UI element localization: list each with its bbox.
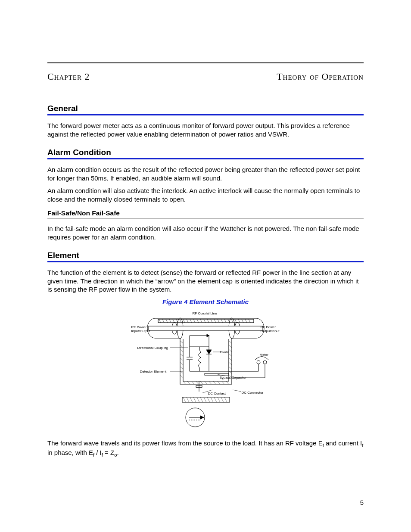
svg-line-3 bbox=[166, 319, 168, 323]
svg-line-36 bbox=[180, 354, 183, 356]
svg-line-17 bbox=[214, 319, 216, 323]
svg-line-8 bbox=[183, 319, 185, 323]
svg-line-2 bbox=[162, 319, 164, 323]
label-dc-conn: DC Connector bbox=[242, 391, 264, 395]
svg-line-26 bbox=[245, 319, 247, 323]
svg-line-37 bbox=[180, 358, 183, 361]
svg-line-97 bbox=[197, 397, 199, 402]
label-dir-coupling: Directional Coupling bbox=[137, 346, 168, 350]
section-heading-alarm: Alarm Condition bbox=[47, 148, 364, 157]
svg-line-102 bbox=[214, 397, 217, 402]
svg-rect-32 bbox=[149, 326, 263, 330]
svg-line-9 bbox=[187, 319, 188, 323]
paragraph: An alarm condition occurs as the result … bbox=[47, 165, 364, 182]
text: and current I bbox=[324, 439, 362, 447]
paragraph: An alarm condition will also activate th… bbox=[47, 187, 364, 203]
svg-line-96 bbox=[193, 397, 196, 402]
svg-line-100 bbox=[207, 397, 210, 402]
label-rf-in: RF Power Input/Output bbox=[131, 325, 152, 333]
section-heading-general: General bbox=[47, 104, 364, 113]
label-diode: Diode bbox=[220, 350, 229, 354]
svg-line-52 bbox=[187, 381, 190, 384]
svg-marker-67 bbox=[206, 350, 212, 354]
svg-line-1 bbox=[159, 319, 161, 323]
svg-point-86 bbox=[257, 361, 260, 364]
top-rule bbox=[47, 62, 364, 63]
svg-line-41 bbox=[180, 375, 183, 378]
text: The forward wave travels and its power f… bbox=[47, 439, 323, 447]
svg-line-35 bbox=[180, 349, 183, 352]
label-meter: Meter bbox=[260, 353, 268, 357]
paragraph: The forward wave travels and its power f… bbox=[47, 439, 364, 458]
svg-line-11 bbox=[193, 319, 195, 323]
svg-line-13 bbox=[200, 319, 202, 323]
svg-line-38 bbox=[180, 362, 183, 365]
svg-line-51 bbox=[183, 381, 186, 384]
label-rf-coax: RF Coaxial Line bbox=[193, 311, 217, 315]
svg-line-42 bbox=[229, 341, 232, 343]
svg-line-39 bbox=[180, 367, 183, 369]
svg-line-101 bbox=[211, 397, 213, 402]
svg-line-24 bbox=[238, 319, 240, 323]
subheading-failsafe: Fail-Safe/Non Fail-Safe bbox=[47, 209, 364, 217]
svg-line-54 bbox=[196, 381, 199, 384]
svg-line-20 bbox=[224, 319, 226, 323]
label-dc-contact: DC Contact bbox=[208, 392, 226, 395]
svg-line-59 bbox=[218, 381, 220, 384]
svg-line-27 bbox=[249, 319, 250, 323]
chapter-header: Chapter 2 Theory of Operation bbox=[47, 71, 364, 82]
svg-line-93 bbox=[183, 397, 186, 402]
svg-line-23 bbox=[235, 319, 237, 323]
svg-line-95 bbox=[190, 397, 193, 402]
label-det-elem: Detector Element bbox=[140, 370, 167, 373]
svg-line-57 bbox=[209, 381, 212, 384]
thin-rule bbox=[47, 218, 364, 218]
svg-line-14 bbox=[204, 319, 206, 323]
svg-line-104 bbox=[221, 397, 224, 402]
svg-line-55 bbox=[200, 381, 203, 384]
subscript: f bbox=[362, 443, 363, 448]
label-rf-out: RF Power Output/Input bbox=[261, 325, 281, 333]
text: in phase, with E bbox=[47, 449, 93, 456]
svg-line-94 bbox=[187, 397, 189, 402]
text: = Z bbox=[103, 449, 114, 456]
text: . bbox=[117, 449, 118, 456]
svg-line-99 bbox=[204, 397, 206, 402]
chapter-label: Chapter 2 bbox=[47, 71, 90, 82]
svg-line-7 bbox=[180, 319, 181, 323]
svg-line-56 bbox=[205, 381, 207, 384]
label-bypass-cap: Bypass Capacitor bbox=[220, 376, 247, 380]
svg-marker-91 bbox=[200, 416, 204, 419]
svg-line-22 bbox=[231, 319, 233, 323]
svg-line-47 bbox=[229, 362, 232, 365]
svg-line-58 bbox=[213, 381, 216, 384]
paragraph: In the fail-safe mode an alarm condition… bbox=[47, 224, 364, 241]
svg-line-60 bbox=[222, 381, 224, 384]
svg-line-25 bbox=[242, 319, 243, 323]
svg-line-19 bbox=[221, 319, 223, 323]
svg-line-48 bbox=[229, 367, 232, 369]
svg-line-44 bbox=[229, 349, 232, 352]
svg-line-12 bbox=[197, 319, 199, 323]
svg-line-105 bbox=[224, 397, 227, 402]
blue-rule bbox=[47, 261, 364, 262]
paragraph: The forward power meter acts as a contin… bbox=[47, 121, 364, 138]
page-number: 5 bbox=[360, 499, 364, 506]
svg-line-61 bbox=[226, 381, 229, 384]
svg-line-43 bbox=[229, 345, 232, 348]
blue-rule bbox=[47, 158, 364, 159]
element-schematic: RF Coaxial Line RF Power Input/Output RF… bbox=[131, 309, 280, 434]
svg-line-18 bbox=[218, 319, 219, 323]
section-heading-element: Element bbox=[47, 251, 364, 260]
svg-line-34 bbox=[180, 345, 183, 348]
svg-line-15 bbox=[207, 319, 209, 323]
paragraph: The function of the element is to detect… bbox=[47, 268, 364, 294]
svg-line-33 bbox=[180, 341, 183, 343]
svg-line-98 bbox=[200, 397, 203, 402]
svg-line-10 bbox=[190, 319, 192, 323]
blue-rule bbox=[47, 114, 364, 115]
svg-rect-78 bbox=[205, 373, 229, 375]
svg-line-16 bbox=[211, 319, 212, 323]
svg-line-46 bbox=[229, 358, 232, 361]
svg-line-4 bbox=[169, 319, 171, 323]
